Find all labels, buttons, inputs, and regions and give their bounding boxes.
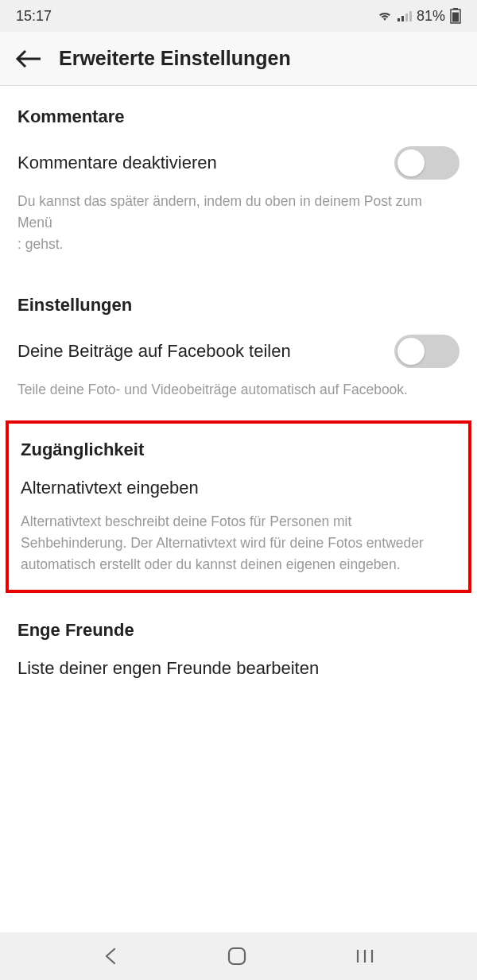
battery-icon <box>450 8 461 24</box>
section-settings: Einstellungen Deine Beiträge auf Faceboo… <box>0 268 477 413</box>
desc-comments: Du kannst das später ändern, indem du ob… <box>17 191 460 255</box>
wifi-icon <box>377 10 393 22</box>
status-bar: 15:17 81% <box>0 0 477 32</box>
svg-rect-0 <box>398 18 400 21</box>
battery-pct: 81% <box>417 8 445 25</box>
svg-rect-3 <box>409 11 412 21</box>
arrow-left-icon <box>14 48 41 70</box>
toggle-knob <box>398 338 425 365</box>
toggle-label-comments: Kommentare deaktivieren <box>17 153 217 173</box>
nav-recent-button[interactable] <box>355 947 375 965</box>
home-icon <box>227 946 247 966</box>
toggle-knob <box>398 149 425 176</box>
nav-back-button[interactable] <box>102 946 119 966</box>
android-nav-bar <box>0 932 477 980</box>
desc-facebook: Teile deine Foto- und Videobeiträge auto… <box>17 379 460 401</box>
svg-rect-2 <box>405 14 408 21</box>
svg-rect-6 <box>452 13 459 22</box>
toggle-label-facebook: Deine Beiträge auf Facebook teilen <box>17 341 291 362</box>
section-title-accessibility: Zugänglichkeit <box>21 440 456 460</box>
section-title-settings: Einstellungen <box>17 295 460 316</box>
toggle-comments-off[interactable] <box>394 146 460 180</box>
svg-rect-1 <box>401 16 404 21</box>
nav-home-button[interactable] <box>227 946 247 966</box>
toggle-row-facebook: Deine Beiträge auf Facebook teilen <box>17 335 460 368</box>
svg-rect-7 <box>229 948 245 964</box>
section-title-comments: Kommentare <box>17 107 460 127</box>
toggle-row-comments: Kommentare deaktivieren <box>17 146 460 180</box>
content: Kommentare Kommentare deaktivieren Du ka… <box>0 86 477 701</box>
status-indicators: 81% <box>377 8 461 25</box>
section-accessibility-highlighted: Zugänglichkeit Alternativtext eingeben A… <box>6 420 471 593</box>
item-edit-close-friends[interactable]: Liste deiner engen Freunde bearbeiten <box>17 658 460 679</box>
section-comments: Kommentare Kommentare deaktivieren Du ka… <box>0 86 477 268</box>
back-button[interactable] <box>14 48 41 70</box>
signal-icon <box>398 10 412 22</box>
recent-apps-icon <box>355 947 375 965</box>
app-header: Erweiterte Einstellungen <box>0 32 477 86</box>
chevron-left-icon <box>102 946 119 966</box>
section-title-close-friends: Enge Freunde <box>17 620 460 641</box>
section-close-friends: Enge Freunde Liste deiner engen Freunde … <box>0 599 477 701</box>
item-alt-text[interactable]: Alternativtext eingeben <box>21 478 456 498</box>
desc-accessibility: Alternativtext beschreibt deine Fotos fü… <box>21 511 456 575</box>
page-title: Erweiterte Einstellungen <box>59 47 291 70</box>
toggle-facebook-share[interactable] <box>394 335 460 368</box>
status-time: 15:17 <box>16 8 52 25</box>
